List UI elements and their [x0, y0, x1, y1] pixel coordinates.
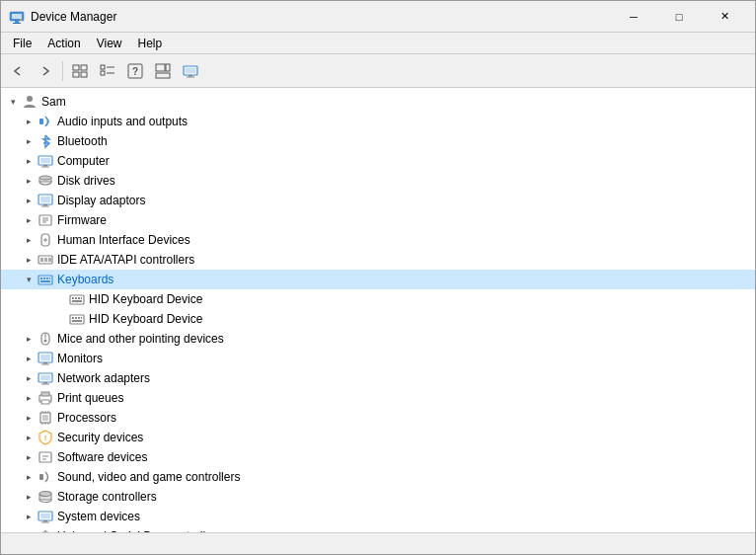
tree-item-monitors[interactable]: Monitors [1, 349, 755, 368]
menu-file[interactable]: File [5, 35, 39, 52]
tree-item-system[interactable]: System devices [1, 507, 755, 526]
tree-item-bluetooth[interactable]: Bluetooth [1, 131, 755, 151]
tree-item-security[interactable]: ! Security devices [1, 428, 755, 447]
svg-rect-49 [46, 278, 48, 279]
tree-item-audio[interactable]: Audio inputs and outputs [1, 112, 755, 131]
svg-rect-5 [73, 65, 79, 70]
svg-rect-56 [81, 297, 82, 299]
hid-kbd-1-icon [68, 290, 86, 308]
expand-keyboards[interactable] [21, 272, 37, 287]
expand-storage[interactable] [21, 489, 37, 505]
tree-item-firmware[interactable]: Firmware [1, 210, 755, 230]
tree-item-computer[interactable]: Computer [1, 151, 755, 171]
svg-rect-1 [12, 14, 22, 19]
tree-item-hid[interactable]: Human Interface Devices [1, 230, 755, 250]
svg-text:!: ! [44, 434, 47, 442]
svg-rect-48 [43, 278, 45, 279]
forward-button[interactable] [33, 58, 58, 84]
expand-hid-kbd-2 [52, 311, 68, 327]
tree-item-disk[interactable]: Disk drives [1, 171, 755, 191]
svg-rect-61 [78, 317, 80, 319]
sam-label: Sam [41, 95, 66, 109]
expand-software[interactable] [21, 449, 37, 465]
svg-rect-70 [41, 364, 49, 365]
audio-label: Audio inputs and outputs [57, 115, 188, 128]
hid-kbd-2-label: HID Keyboard Device [89, 312, 202, 326]
svg-rect-63 [72, 320, 82, 322]
svg-rect-16 [156, 73, 170, 78]
expand-network[interactable] [21, 370, 37, 386]
tree-item-processors[interactable]: Processors [1, 408, 755, 428]
expand-display[interactable] [21, 193, 37, 208]
svg-rect-45 [48, 258, 51, 262]
hid-label: Human Interface Devices [57, 233, 190, 247]
expand-mice[interactable] [21, 331, 37, 347]
expand-monitors[interactable] [21, 351, 37, 366]
svg-rect-23 [39, 119, 43, 124]
expand-hid[interactable] [21, 232, 37, 248]
svg-rect-95 [40, 514, 50, 518]
tree-view[interactable]: Sam Audio inputs and outputs [1, 88, 755, 532]
system-icon [37, 508, 54, 525]
hid-kbd-2-icon [68, 310, 86, 328]
expand-security[interactable] [21, 430, 37, 445]
ide-label: IDE ATA/ATAPI controllers [57, 253, 194, 267]
tree-item-mice[interactable]: Mice and other pointing devices [1, 329, 755, 349]
svg-rect-26 [43, 165, 47, 167]
disk-label: Disk drives [57, 174, 115, 188]
menu-help[interactable]: Help [130, 35, 171, 52]
expand-computer[interactable] [21, 153, 37, 169]
svg-rect-58 [70, 315, 84, 324]
svg-rect-20 [189, 75, 192, 77]
tree-item-network[interactable]: Network adapters [1, 368, 755, 388]
toolbar: ? [1, 54, 755, 88]
properties-button[interactable] [150, 58, 176, 84]
tree-item-display[interactable]: Display adaptors [1, 191, 755, 210]
expand-processors[interactable] [21, 410, 37, 426]
expand-firmware[interactable] [21, 212, 37, 228]
expand-system[interactable] [21, 509, 37, 524]
tree-root-sam[interactable]: Sam [1, 92, 755, 112]
hid-kbd-1-label: HID Keyboard Device [89, 292, 202, 306]
svg-rect-7 [73, 72, 79, 77]
tree-item-software[interactable]: Software devices [1, 447, 755, 467]
maximize-button[interactable]: □ [656, 1, 702, 33]
storage-label: Storage controllers [57, 490, 157, 504]
svg-rect-27 [41, 167, 49, 168]
tree-item-hid-kbd-2[interactable]: HID Keyboard Device [1, 309, 755, 329]
tree-item-hid-kbd-1[interactable]: HID Keyboard Device [1, 289, 755, 309]
tree-item-sound[interactable]: Sound, video and game controllers [1, 467, 755, 487]
tree-item-print[interactable]: Print queues [1, 388, 755, 408]
expand-bluetooth[interactable] [21, 133, 37, 149]
expand-disk[interactable] [21, 173, 37, 189]
app-icon [9, 9, 25, 25]
device-mgr-button[interactable] [178, 58, 203, 84]
print-label: Print queues [57, 391, 123, 405]
help-button[interactable]: ? [122, 58, 148, 84]
expand-audio[interactable] [21, 114, 37, 129]
minimize-button[interactable]: ─ [611, 1, 656, 33]
back-button[interactable] [5, 58, 31, 84]
svg-rect-43 [40, 258, 43, 262]
expand-ide[interactable] [21, 252, 37, 268]
menu-view[interactable]: View [89, 35, 130, 52]
expand-sam[interactable] [5, 94, 21, 110]
storage-icon [37, 488, 54, 506]
close-button[interactable]: ✕ [702, 1, 747, 33]
svg-point-93 [39, 492, 51, 497]
view-toggle-button[interactable] [67, 58, 93, 84]
audio-icon [37, 113, 54, 130]
svg-rect-47 [40, 278, 42, 279]
svg-rect-19 [186, 68, 195, 73]
sam-icon [21, 93, 38, 111]
tree-item-ide[interactable]: IDE ATA/ATAPI controllers [1, 250, 755, 270]
processors-icon [37, 409, 54, 427]
monitors-label: Monitors [57, 352, 103, 365]
menu-action[interactable]: Action [39, 35, 88, 52]
tree-item-storage[interactable]: Storage controllers [1, 487, 755, 507]
svg-rect-87 [39, 452, 51, 462]
list-view-button[interactable] [95, 58, 120, 84]
tree-item-keyboards[interactable]: Keyboards [1, 270, 755, 289]
expand-print[interactable] [21, 390, 37, 406]
expand-sound[interactable] [21, 469, 37, 485]
